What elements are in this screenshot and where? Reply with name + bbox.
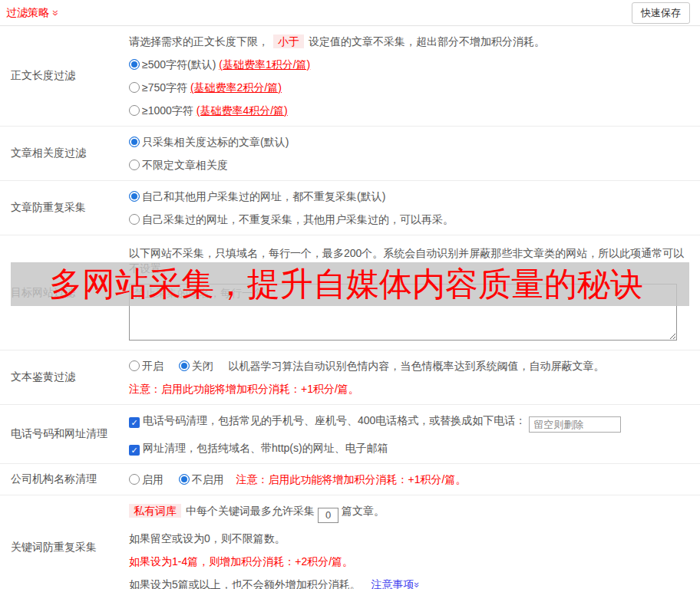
length-option-1000: ≥1000字符 (基础费率4积分/篇)	[129, 103, 689, 118]
keyword-limit-line: 私有词库中每个关键词最多允许采集篇文章。	[129, 503, 689, 523]
row-relevance-filter: 文章相关度过滤 只采集相关度达标的文章(默认) 不限定文章相关度	[0, 127, 700, 181]
row-label-keyword-dedup: 关键词防重复采集	[0, 541, 129, 554]
radio-relevance-any[interactable]	[129, 160, 140, 170]
row-phone-url-cleaning: 电话号码和网址清理 电话号码清理，包括常见的手机号、座机号、400电话格式，或替…	[0, 405, 700, 464]
notes-link[interactable]: 注意事项»	[371, 578, 420, 589]
radio-porn-on[interactable]	[129, 360, 140, 371]
length-option-750-label[interactable]: ≥750字符	[142, 81, 187, 94]
radio-750-chars[interactable]	[129, 82, 140, 93]
chevron-double-down-icon: »	[412, 581, 422, 587]
relevance-option-1: 只采集相关度达标的文章(默认)	[129, 134, 689, 150]
private-thesaurus-highlight[interactable]: 私有词库	[129, 504, 181, 518]
desc-pre: 请选择需求的正文长度下限，	[129, 35, 269, 48]
radio-company-on[interactable]	[129, 474, 140, 485]
row-label-phone-url: 电话号码和网址清理	[0, 427, 129, 441]
keyword-count-input[interactable]	[318, 508, 338, 523]
keyword-limit-end: 篇文章。	[342, 505, 385, 517]
company-clean-note: 注意：启用此功能将增加积分消耗：+1积分/篇。	[236, 473, 467, 485]
keyword-note-five-plus-text: 如果设为5篇或以上，也不会额外增加积分消耗。	[129, 578, 361, 589]
length-option-750-cost: (基础费率2积分/篇)	[190, 81, 282, 94]
watermark-text: 多网站采集，提升自媒体内容质量的秘诀	[49, 262, 689, 306]
company-on-label[interactable]: 启用	[142, 473, 163, 485]
company-off-label[interactable]: 不启用	[192, 473, 224, 485]
dedup-option-1-label[interactable]: 自己和其他用户采集过的网址，都不重复采集(默认)	[142, 190, 385, 202]
radio-relevance-strict[interactable]	[129, 137, 140, 147]
phone-clean-label[interactable]: 电话号码清理，包括常见的手机号、座机号、400电话格式，或替换成如下电话：	[143, 414, 526, 426]
watermark-banner: 多网站采集，提升自媒体内容质量的秘诀	[11, 262, 689, 306]
length-option-500-cost: (基础费率1积分/篇)	[219, 58, 310, 71]
keyword-note-five-plus: 如果设为5篇或以上，也不会额外增加积分消耗。 注意事项»	[129, 577, 689, 589]
body-length-description: 请选择需求的正文长度下限，小于设定值的文章不采集，超出部分不增加积分消耗。	[129, 34, 689, 49]
radio-1000-chars[interactable]	[129, 105, 140, 116]
relevance-option-1-label[interactable]: 只采集相关度达标的文章(默认)	[142, 136, 289, 148]
keyword-limit-mid: 中每个关键词最多允许采集	[186, 505, 315, 517]
row-label-porn-filter: 文本鉴黄过滤	[0, 370, 129, 384]
replace-phone-input[interactable]	[529, 416, 621, 433]
notes-link-text: 注意事项	[371, 578, 414, 589]
checkbox-phone-clean[interactable]	[129, 417, 140, 428]
porn-off-label[interactable]: 关闭	[192, 360, 213, 372]
row-label-relevance: 文章相关度过滤	[0, 146, 129, 160]
row-label-company-clean: 公司机构名称清理	[0, 472, 129, 486]
keyword-note-cost: 如果设为1-4篇，则增加积分消耗：+2积分/篇。	[129, 554, 689, 569]
row-porn-filter: 文本鉴黄过滤 开启 关闭 以机器学习算法自动识别色情内容，当色情概率达到系统阈值…	[0, 350, 700, 405]
dedup-option-2: 自己采集过的网址，不重复采集，其他用户采集过的，可以再采。	[129, 212, 689, 227]
keyword-note-unlimited: 如果留空或设为0，则不限篇数。	[129, 531, 689, 546]
length-option-500: ≥500字符(默认) (基础费率1积分/篇)	[129, 57, 689, 72]
row-dedup-collection: 文章防重复采集 自己和其他用户采集过的网址，都不重复采集(默认) 自己采集过的网…	[0, 181, 700, 235]
company-clean-options: 启用 不启用 注意：启用此功能将增加积分消耗：+1积分/篇。	[129, 472, 689, 487]
porn-on-label[interactable]: 开启	[142, 360, 163, 372]
row-body-length-filter: 正文长度过滤 请选择需求的正文长度下限，小于设定值的文章不采集，超出部分不增加积…	[0, 26, 700, 127]
row-label-dedup: 文章防重复采集	[0, 201, 129, 215]
page-title[interactable]: 过滤策略 »	[6, 6, 59, 20]
relevance-option-2: 不限定文章相关度	[129, 157, 689, 173]
dedup-option-1: 自己和其他用户采集过的网址，都不重复采集(默认)	[129, 189, 689, 204]
quick-save-button[interactable]: 快速保存	[632, 2, 690, 24]
desc-post: 设定值的文章不采集，超出部分不增加积分消耗。	[309, 35, 545, 48]
length-option-1000-label[interactable]: ≥1000字符	[142, 104, 193, 117]
phone-clean-option: 电话号码清理，包括常见的手机号、座机号、400电话格式，或替换成如下电话：	[129, 413, 689, 433]
radio-dedup-global[interactable]	[129, 191, 140, 202]
length-option-500-label[interactable]: ≥500字符(默认)	[142, 58, 216, 71]
radio-500-chars[interactable]	[129, 59, 140, 70]
porn-filter-options: 开启 关闭 以机器学习算法自动识别色情内容，当色情概率达到系统阈值，自动屏蔽文章…	[129, 358, 689, 373]
row-keyword-dedup: 关键词防重复采集 私有词库中每个关键词最多允许采集篇文章。 如果留空或设为0，则…	[0, 495, 700, 589]
page-title-text: 过滤策略	[6, 6, 49, 20]
length-option-1000-cost: (基础费率4积分/篇)	[196, 104, 288, 117]
dedup-option-2-label[interactable]: 自己采集过的网址，不重复采集，其他用户采集过的，可以再采。	[142, 213, 454, 225]
top-bar: 过滤策略 » 快速保存	[0, 0, 700, 26]
length-option-750: ≥750字符 (基础费率2积分/篇)	[129, 80, 689, 95]
porn-filter-description: 以机器学习算法自动识别色情内容，当色情概率达到系统阈值，自动屏蔽文章。	[229, 360, 605, 372]
radio-porn-off[interactable]	[179, 360, 190, 371]
url-clean-option: 网址清理，包括纯域名、带http(s)的网址、电子邮箱	[129, 440, 689, 456]
less-than-highlight: 小于	[273, 35, 304, 48]
chevron-double-down-icon: »	[51, 10, 61, 16]
checkbox-url-clean[interactable]	[129, 445, 140, 456]
url-clean-label[interactable]: 网址清理，包括纯域名、带http(s)的网址、电子邮箱	[143, 442, 388, 454]
row-company-name-cleaning: 公司机构名称清理 启用 不启用 注意：启用此功能将增加积分消耗：+1积分/篇。	[0, 464, 700, 495]
radio-company-off[interactable]	[179, 474, 190, 485]
relevance-option-2-label[interactable]: 不限定文章相关度	[142, 159, 228, 171]
row-label-body-length: 正文长度过滤	[0, 69, 129, 83]
radio-dedup-self-only[interactable]	[129, 214, 140, 225]
porn-filter-note: 注意：启用此功能将增加积分消耗：+1积分/篇。	[129, 381, 689, 397]
